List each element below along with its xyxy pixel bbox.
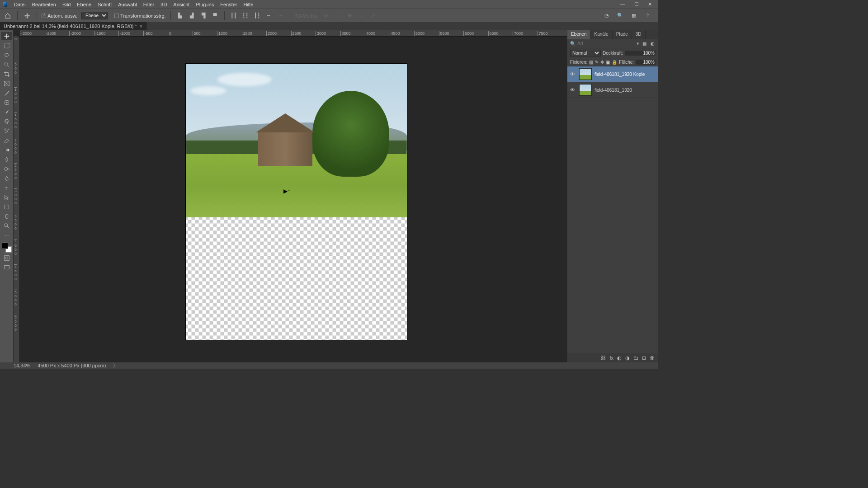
- vertical-ruler[interactable]: 0500100015002000250030003500400045005000…: [14, 37, 20, 362]
- quick-selection-tool[interactable]: [1, 61, 12, 69]
- delete-layer-icon[interactable]: 🗑: [650, 355, 655, 361]
- cloud-docs-button[interactable]: ◔: [602, 11, 611, 20]
- lock-all-icon[interactable]: 🔒: [612, 60, 617, 65]
- auto-select-option[interactable]: Autom. ausw.:: [42, 13, 79, 19]
- layer-visibility-icon[interactable]: 👁: [570, 87, 576, 93]
- adjustment-layer-icon[interactable]: ◑: [625, 355, 630, 361]
- more-align-button[interactable]: ⋯: [276, 11, 285, 20]
- menu-bild[interactable]: Bild: [59, 1, 74, 8]
- document-tab-close[interactable]: ×: [140, 23, 142, 29]
- layer-filter-input[interactable]: [577, 41, 635, 46]
- lock-position-icon[interactable]: ✥: [600, 60, 604, 65]
- menu-3d[interactable]: 3D: [157, 1, 170, 8]
- pen-tool[interactable]: [1, 174, 12, 183]
- lock-artboard-icon[interactable]: ▣: [606, 60, 610, 65]
- move-tool[interactable]: [1, 32, 12, 40]
- document-tab[interactable]: Unbenannt-2 bei 14,3% (field-406181_1920…: [0, 22, 146, 30]
- eyedropper-tool[interactable]: [1, 89, 12, 97]
- crop-tool[interactable]: [1, 70, 12, 78]
- close-button[interactable]: ✕: [646, 1, 654, 7]
- workspace-switcher-button[interactable]: ▦: [629, 11, 638, 20]
- filter-pixel-icon[interactable]: ▦: [641, 41, 647, 46]
- opacity-input[interactable]: [625, 51, 656, 56]
- panel-tab-3d[interactable]: 3D: [632, 30, 646, 39]
- distribute-right-button[interactable]: ┃┇: [253, 11, 262, 20]
- auto-select-checkbox[interactable]: [42, 14, 46, 18]
- dodge-tool[interactable]: [1, 165, 12, 173]
- brush-tool[interactable]: [1, 108, 12, 116]
- panel-tab-kanäle[interactable]: Kanäle: [590, 30, 612, 39]
- canvas-area[interactable]: -3000-2500-2000-1500-1000-50005001000150…: [14, 30, 567, 362]
- path-selection-tool[interactable]: [1, 193, 12, 202]
- panel-tab-pfade[interactable]: Pfade: [613, 30, 632, 39]
- auto-select-target[interactable]: Ebene: [81, 12, 108, 19]
- layer-style-icon[interactable]: fx: [609, 355, 613, 361]
- align-left-edges-button[interactable]: ▙: [175, 11, 184, 20]
- document-canvas[interactable]: [186, 64, 407, 340]
- type-tool[interactable]: T: [1, 184, 12, 192]
- doc-info-menu[interactable]: 〉: [113, 362, 118, 369]
- menu-filter[interactable]: Filter: [140, 1, 157, 8]
- filter-dropdown-icon[interactable]: ▾: [637, 41, 639, 47]
- align-right-edges-button[interactable]: ▜: [199, 11, 208, 20]
- eraser-tool[interactable]: [1, 136, 12, 145]
- foreground-color-swatch[interactable]: [2, 243, 8, 249]
- menu-ebene[interactable]: Ebene: [74, 1, 94, 8]
- menu-plug-ins[interactable]: Plug-ins: [193, 1, 217, 8]
- gradient-tool[interactable]: [1, 146, 12, 154]
- marquee-tool[interactable]: [1, 42, 12, 50]
- distribute-left-button[interactable]: ┃┃: [229, 11, 238, 20]
- menu-datei[interactable]: Datei: [11, 1, 29, 8]
- layer-name[interactable]: field-406181_1920 Kopie: [594, 72, 645, 77]
- color-swatches[interactable]: [2, 243, 12, 253]
- new-layer-icon[interactable]: ⊞: [642, 355, 646, 361]
- minimize-button[interactable]: —: [618, 1, 627, 7]
- menu-fenster[interactable]: Fenster: [217, 1, 240, 8]
- layer-row[interactable]: 👁field-406181_1920 Kopie: [567, 66, 658, 82]
- blur-tool[interactable]: [1, 155, 12, 164]
- menu-schrift[interactable]: Schrift: [94, 1, 115, 8]
- layer-thumbnail[interactable]: [579, 68, 592, 80]
- maximize-button[interactable]: ☐: [632, 1, 641, 7]
- lock-transparent-icon[interactable]: ▨: [589, 60, 593, 65]
- transform-controls-checkbox[interactable]: [114, 14, 119, 18]
- filter-adjust-icon[interactable]: ◐: [649, 41, 656, 46]
- quick-mask-button[interactable]: [1, 254, 12, 262]
- panel-tab-ebenen[interactable]: Ebenen: [567, 30, 590, 39]
- layer-group-icon[interactable]: 🗀: [633, 355, 638, 361]
- spot-heal-tool[interactable]: [1, 99, 12, 107]
- menu-ansicht[interactable]: Ansicht: [170, 1, 193, 8]
- lock-image-icon[interactable]: ✎: [595, 60, 599, 65]
- search-button[interactable]: 🔍: [616, 11, 625, 20]
- layer-thumbnail[interactable]: [579, 84, 592, 96]
- menu-auswahl[interactable]: Auswahl: [115, 1, 140, 8]
- frame-tool[interactable]: [1, 80, 12, 88]
- link-layers-icon[interactable]: ⛓: [601, 355, 606, 361]
- align-top-edges-button[interactable]: ▀: [211, 11, 220, 20]
- zoom-level[interactable]: 14,34%: [14, 363, 30, 368]
- align-horizontal-centers-button[interactable]: ▟: [187, 11, 196, 20]
- edit-toolbar-button[interactable]: ⋯: [1, 231, 12, 239]
- fill-input[interactable]: [636, 60, 656, 65]
- filter-type-icon[interactable]: T: [657, 41, 658, 46]
- transform-controls-option[interactable]: Transformationsstrg.: [114, 13, 165, 19]
- hand-tool[interactable]: [1, 212, 12, 221]
- share-button[interactable]: ⇧: [643, 11, 652, 20]
- blend-mode-select[interactable]: Normal: [570, 50, 601, 56]
- clone-stamp-tool[interactable]: [1, 117, 12, 126]
- move-tool-indicator[interactable]: [22, 11, 32, 21]
- layer-visibility-icon[interactable]: 👁: [570, 71, 576, 77]
- distribute-vcenter-button[interactable]: ┅: [264, 11, 274, 20]
- zoom-tool[interactable]: [1, 222, 12, 230]
- home-button[interactable]: [3, 11, 13, 21]
- screen-mode-button[interactable]: [1, 263, 12, 272]
- horizontal-ruler[interactable]: -3000-2500-2000-1500-1000-50005001000150…: [20, 30, 567, 37]
- doc-info[interactable]: 4500 Px x 5400 Px (300 ppcm): [38, 363, 106, 368]
- history-brush-tool[interactable]: [1, 127, 12, 135]
- layer-name[interactable]: field-406181_1920: [594, 88, 632, 93]
- distribute-hcenter-button[interactable]: ┇┇: [241, 11, 250, 20]
- layer-mask-icon[interactable]: ◐: [617, 355, 622, 361]
- menu-hilfe[interactable]: Hilfe: [240, 1, 256, 8]
- lasso-tool[interactable]: [1, 51, 12, 59]
- layer-row[interactable]: 👁field-406181_1920: [567, 82, 658, 98]
